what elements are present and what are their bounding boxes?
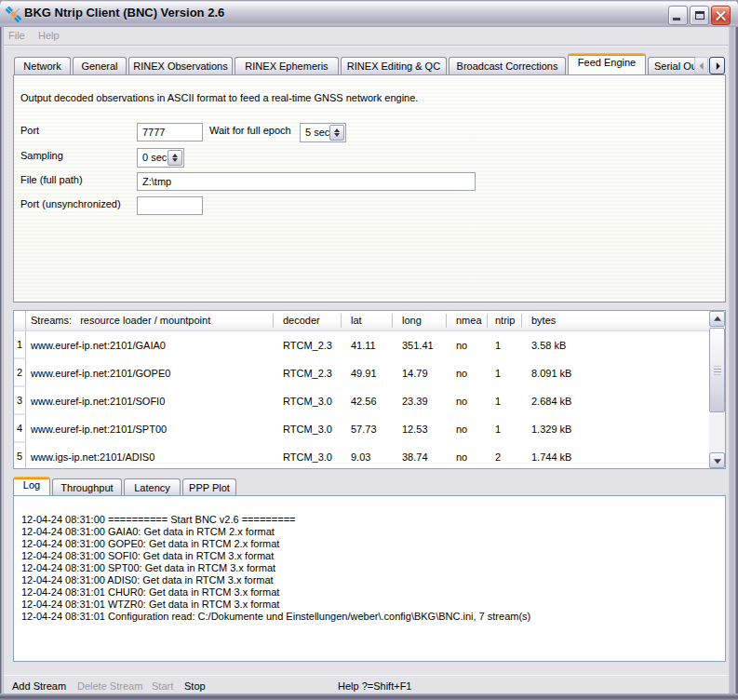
menu-item[interactable]: Help [38,30,60,41]
port-unsynchronized-label: Port (unsynchronized) [20,195,121,213]
cell-decoder: RTCM_2.3 [274,331,342,359]
window-border-right [729,0,738,700]
feed-engine-pane: Output decoded observations in ASCII for… [13,74,726,303]
chevron-right-icon [716,62,719,70]
cell-lat: 42.56 [342,387,393,415]
port-label: Port [20,121,39,140]
sampling-spinbox[interactable]: 0 sec [137,148,184,168]
app-window: BKG Ntrip Client (BNC) Version 2.6 FileH… [0,0,738,700]
cell-stream: www.igs-ip.net:2101/ADIS0 [26,443,274,468]
main-tab[interactable]: RINEX Editing & QC [341,57,447,74]
window-border-bottom [0,693,738,700]
cell-decoder: RTCM_3.0 [274,415,342,443]
cell-lat: 57.73 [342,415,393,443]
scroll-up-button[interactable] [709,311,725,327]
spinner-buttons[interactable] [168,150,182,166]
cell-ntrip: 1 [488,415,522,443]
tab-scroll-right-button[interactable] [709,57,725,74]
toolbar-button[interactable]: Stop [184,680,206,692]
spin-down-icon [334,133,340,137]
spinner-buttons[interactable] [329,125,344,141]
cell-bytes: 8.091 kB [522,359,709,387]
wait-for-full-epoch-spinbox[interactable]: 5 sec [300,123,346,142]
row-header-corner [14,311,26,330]
bottom-tab[interactable]: Throughput [52,478,122,496]
cell-decoder: RTCM_2.3 [274,359,342,387]
file-full-path-input[interactable]: Z:\tmp [137,172,476,191]
close-icon [712,7,730,24]
stream-row[interactable]: 2 www.euref-ip.net:2101/GOPE0 RTCM_2.3 4… [14,359,709,387]
cell-nmea: no [447,415,488,443]
scrollbar-thumb[interactable] [709,328,725,412]
main-tab[interactable]: Broadcast Corrections [449,57,566,74]
toolbar-button[interactable]: Start [152,680,173,692]
cell-decoder: RTCM_3.0 [274,443,342,468]
stream-row[interactable]: 5 www.igs-ip.net:2101/ADIS0 RTCM_3.0 9.0… [14,443,709,468]
port-unsynchronized-input[interactable] [137,196,203,215]
help-shortcut-label: Help ?=Shift+F1 [338,680,412,692]
column-header-long[interactable]: long [393,311,447,330]
cell-nmea: no [447,387,488,415]
toolbar-button[interactable]: Add Stream [12,680,66,692]
row-number: 2 [14,359,26,387]
cell-bytes: 3.58 kB [522,331,709,359]
log-line: 12-04-24 08:31:00 ========== Start BNC v… [21,514,721,526]
column-header-nmea[interactable]: nmea [447,311,488,330]
spin-up-icon [172,154,178,157]
column-header-bytes[interactable]: bytes [522,311,709,330]
main-tab[interactable]: Feed Engine [568,53,646,74]
scrollbar-grip [714,366,721,374]
stream-row[interactable]: 4 www.euref-ip.net:2101/SPT00 RTCM_3.0 5… [14,415,709,443]
bottom-tab[interactable]: PPP Plot [182,478,236,496]
sampling-label: Sampling [20,146,63,165]
minimize-button[interactable] [668,6,688,25]
cell-nmea: no [447,331,488,359]
menu-item[interactable]: File [8,30,25,41]
stream-row[interactable]: 1 www.euref-ip.net:2101/GAIA0 RTCM_2.3 4… [14,331,709,359]
log-line: 12-04-24 08:31:01 WTZR0: Get data in RTC… [21,599,721,611]
cell-ntrip: 2 [488,443,522,468]
main-tab[interactable]: General [73,57,127,74]
row-number: 3 [14,387,26,415]
bottom-toolbar: Add StreamDelete StreamStartStop Help ?=… [4,675,734,694]
column-header-ntrip[interactable]: ntrip [488,311,522,330]
cell-stream: www.euref-ip.net:2101/GAIA0 [26,331,274,359]
window-title: BKG Ntrip Client (BNC) Version 2.6 [24,6,224,20]
main-tab[interactable]: RINEX Ephemeris [235,57,339,74]
streams-table-header: Streams: resource loader / mountpoint de… [14,311,709,331]
log-pane: 12-04-24 08:31:00 ========== Start BNC v… [13,495,726,662]
main-tab[interactable]: Network [14,57,71,74]
cell-ntrip: 1 [488,359,522,387]
main-tab-bar: NetworkGeneralRINEX ObservationsRINEX Ep… [14,53,698,74]
title-bar[interactable]: BKG Ntrip Client (BNC) Version 2.6 [0,0,738,27]
menu-bar: FileHelp [4,27,734,46]
column-header-decoder[interactable]: decoder [274,311,342,330]
table-scrollbar[interactable] [709,311,725,468]
bottom-tab[interactable]: Log [13,477,50,496]
stream-row[interactable]: 3 www.euref-ip.net:2101/SOFI0 RTCM_3.0 4… [14,387,709,415]
cell-lat: 41.11 [342,331,393,359]
close-button[interactable] [711,6,731,25]
row-number: 5 [14,443,26,468]
wait-for-full-epoch-label: Wait for full epoch [209,121,291,140]
column-header-lat[interactable]: lat [342,311,393,330]
window-border-left [0,0,4,700]
scroll-down-button[interactable] [709,452,725,468]
cell-ntrip: 1 [488,331,522,359]
cell-long: 351.41 [393,331,447,359]
column-header-streams[interactable]: Streams: resource loader / mountpoint [26,311,274,330]
maximize-button[interactable] [690,6,709,25]
bottom-tab[interactable]: Latency [124,478,181,496]
file-full-path-label: File (full path) [20,170,83,189]
cell-nmea: no [447,443,488,468]
main-tab[interactable]: Serial Ou [648,57,698,74]
tab-scroll-left-button[interactable] [694,57,708,74]
arrow-up-icon [714,316,721,320]
log-output[interactable]: 12-04-24 08:31:00 ========== Start BNC v… [21,514,721,623]
cell-bytes: 2.684 kB [522,387,709,415]
log-line: 12-04-24 08:31:00 ADIS0: Get data in RTC… [21,574,721,586]
port-input[interactable]: 7777 [137,123,203,141]
log-line: 12-04-24 08:31:00 SPT00: Get data in RTC… [21,562,721,574]
main-tab[interactable]: RINEX Observations [128,57,233,74]
toolbar-button[interactable]: Delete Stream [77,680,142,692]
